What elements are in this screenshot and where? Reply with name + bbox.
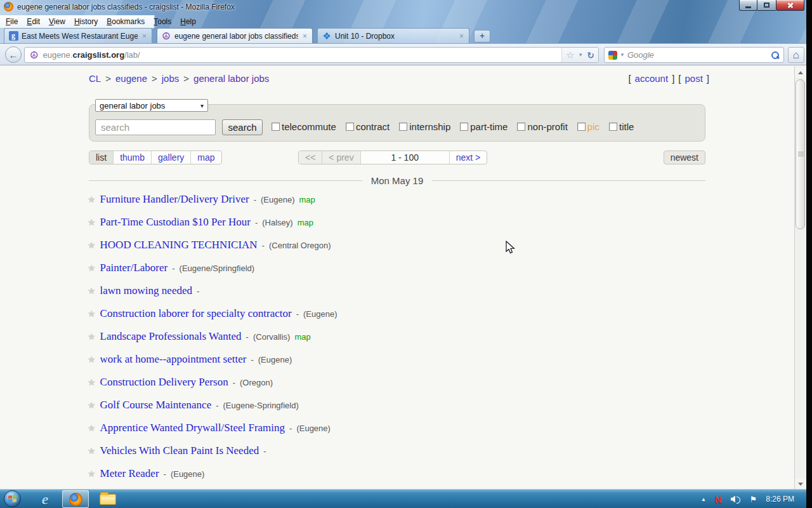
clock[interactable]: 8:26 PM [766,495,794,504]
favorite-star-icon[interactable]: ★ [88,469,96,479]
map-link[interactable]: map [298,218,313,227]
url-text[interactable]: eugene.craigslist.org/lab/ [43,50,561,60]
category-select[interactable]: general labor jobs ▾ [95,99,208,112]
breadcrumb-eugene[interactable]: eugene [115,73,147,84]
search-toolbar[interactable]: ▼ [604,47,784,63]
menu-tools[interactable]: Tools [149,16,176,27]
listing-title-link[interactable]: Vehicles With Clean Paint Is Needed [100,444,259,457]
listing-title-link[interactable]: Construction laborer for specialty contr… [100,307,292,320]
firefox-taskbar-button[interactable] [62,490,89,508]
favorite-star-icon[interactable]: ★ [88,377,96,387]
site-identity-peace-icon[interactable]: ☮ [30,50,38,61]
newest-sort-button[interactable]: newest [664,150,705,164]
menu-file[interactable]: File [1,16,22,27]
account-link[interactable]: account [635,73,669,84]
pic-checkbox[interactable] [577,123,586,131]
listing-title-link[interactable]: Meter Reader [100,467,159,480]
favorite-star-icon[interactable]: ★ [88,194,96,204]
post-link[interactable]: post [684,73,702,84]
google-engine-icon[interactable] [608,51,617,60]
tab-dropbox[interactable]: ❖ Unit 10 - Dropbox × [317,28,469,43]
bookmark-star-icon[interactable]: ☆ [566,50,574,61]
breadcrumb-cl[interactable]: CL [89,73,101,84]
listing-title-link[interactable]: HOOD CLEANING TECHNICIAN [100,239,258,251]
maximize-button[interactable] [757,0,776,11]
menu-edit[interactable]: Edit [22,16,44,27]
tab-close-icon[interactable]: × [301,32,308,41]
contract-checkbox[interactable] [346,123,354,131]
map-link[interactable]: map [299,195,315,204]
pagination-next-button[interactable]: next > [450,151,487,164]
tab-craigslist-active[interactable]: ☮ eugene general labor jobs classifieds … [157,28,313,43]
favorite-star-icon[interactable]: ★ [88,286,96,296]
scrollbar-thumb[interactable] [796,79,805,229]
tray-n-icon[interactable]: N [715,494,722,505]
volume-icon[interactable] [731,495,741,504]
tab-east-meets-west[interactable]: g East Meets West Restaurant Eugene, ...… [4,28,152,43]
close-button[interactable] [776,0,804,11]
action-center-flag-icon[interactable]: ⚑ [750,495,757,504]
internet-explorer-taskbar-icon[interactable]: e [33,490,57,508]
search-input[interactable] [95,119,216,135]
tab-bar: g East Meets West Restaurant Eugene, ...… [0,28,812,43]
view-gallery-button[interactable]: gallery [152,151,191,164]
favorite-star-icon[interactable]: ★ [88,309,96,319]
view-map-button[interactable]: map [191,151,221,164]
non-profit-checkbox[interactable] [517,123,525,131]
pagination-prev-button[interactable]: < prev [322,151,360,164]
tab-close-icon[interactable]: × [458,32,465,41]
web-search-input[interactable] [627,50,768,60]
view-list-button[interactable]: list [89,151,114,164]
listing-title-link[interactable]: Apprentice Wanted Drywall/Steel Framing [100,422,285,434]
view-thumb-button[interactable]: thumb [114,151,152,164]
search-magnifier-icon[interactable] [771,51,780,60]
tab-close-icon[interactable]: × [141,32,148,41]
favorite-star-icon[interactable]: ★ [88,331,96,342]
craigslist-peace-favicon-icon: ☮ [161,31,171,41]
title-bar[interactable]: eugene general labor jobs classifieds - … [0,0,812,15]
listing-title-link[interactable]: Golf Course Maintenance [100,399,212,411]
title-checkbox[interactable] [609,123,617,131]
listing-title-link[interactable]: Construction Delivery Person [100,376,228,389]
menu-bookmarks[interactable]: Bookmarks [102,16,149,27]
favorite-star-icon[interactable]: ★ [88,263,96,273]
listing-title-link[interactable]: Painter/Laborer [100,262,168,274]
listing-title-link[interactable]: lawn mowing needed [100,284,192,297]
vertical-scrollbar[interactable] [794,66,806,489]
favorite-star-icon[interactable]: ★ [88,400,96,410]
favorite-star-icon[interactable]: ★ [88,423,96,433]
back-button[interactable]: ← [5,46,22,63]
menu-help[interactable]: Help [176,16,200,27]
search-engine-dropdown-icon[interactable]: ▼ [620,52,625,58]
menu-history[interactable]: History [70,16,102,27]
favorite-star-icon[interactable]: ★ [88,217,96,227]
search-button[interactable]: search [222,119,263,135]
scroll-up-button[interactable] [795,67,806,77]
listing-title-link[interactable]: Part-Time Custodian $10 Per Hour [100,216,251,229]
menu-view[interactable]: View [44,16,70,27]
category-select-value: general labor jobs [100,101,165,110]
listing-row: ★ Furniture Handler/Delivery Driver - (E… [88,193,747,206]
explorer-taskbar-icon[interactable] [95,490,121,508]
urlbar-dropdown-icon[interactable]: ▼ [578,52,583,58]
internship-checkbox[interactable] [399,123,407,131]
telecommute-checkbox[interactable] [272,123,280,131]
minimize-button[interactable] [739,0,757,11]
address-bar[interactable]: ☮ eugene.craigslist.org/lab/ ☆ ▼ ↻ [24,47,599,63]
show-hidden-icons-button[interactable]: ▲ [701,497,706,502]
pagination-first-button[interactable]: << [299,151,322,164]
start-button[interactable] [4,490,21,507]
favorite-star-icon[interactable]: ★ [88,446,96,456]
favorite-star-icon[interactable]: ★ [88,354,96,364]
map-link[interactable]: map [294,332,310,342]
listing-title-link[interactable]: Landscape Professionals Wanted [100,330,242,343]
listing-title-link[interactable]: Furniture Handler/Delivery Driver [100,193,249,206]
favorite-star-icon[interactable]: ★ [88,240,96,250]
reload-icon[interactable]: ↻ [587,50,594,60]
home-button[interactable]: ⌂ [788,47,804,63]
new-tab-button[interactable]: + [474,30,490,43]
scroll-down-button[interactable] [795,479,806,489]
part-time-checkbox[interactable] [460,123,468,131]
listing-title-link[interactable]: work at home--appointment setter [100,353,247,366]
breadcrumb-jobs[interactable]: jobs [162,73,180,84]
